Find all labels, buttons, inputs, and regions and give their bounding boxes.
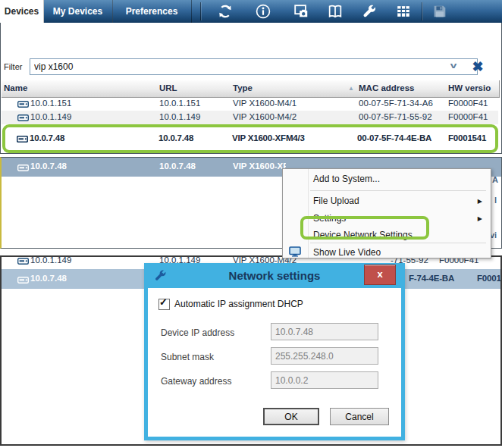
column-header-hw[interactable]: HW versio xyxy=(448,83,491,92)
monitor-icon xyxy=(289,246,301,258)
network-settings-panel: 10.0.1.149 10.0.1.149 VIP X1600-M4/2 -71… xyxy=(0,255,502,446)
tab-my-devices[interactable]: My Devices xyxy=(43,0,113,23)
cell-hw: F0001541 xyxy=(477,274,502,283)
filter-input[interactable] xyxy=(30,58,478,75)
table-row[interactable]: 10.0.1.149 10.0.1.149 VIP X1600-M4/2 00-… xyxy=(2,111,498,124)
column-header-type[interactable]: Type xyxy=(233,83,253,92)
cell-url: 10.0.7.48 xyxy=(158,133,193,143)
table-row-highlighted[interactable]: 10.0.7.48 10.0.7.48 VIP X1600-XFM4/3 00-… xyxy=(2,124,498,153)
cell-mac: 00-07-5F-74-4E-BA xyxy=(357,133,431,143)
dialog-body: ✓ Automatic IP assignment DHCP Device IP… xyxy=(148,288,401,437)
toolbar-separator xyxy=(422,2,422,20)
device-ip-field[interactable] xyxy=(271,323,378,340)
cell-type: VIP X1600-M4/2 xyxy=(233,112,296,121)
cell-mac: 00-07-5F-71-55-92 xyxy=(359,112,432,121)
tab-bar: Devices My Devices Preferences xyxy=(0,0,502,23)
cell-name: 10.0.7.48 xyxy=(30,161,67,171)
encoder-device-icon xyxy=(17,164,29,173)
menu-item-label: Add to System... xyxy=(313,174,380,184)
network-settings-dialog: Network settings x ✓ Automatic IP assign… xyxy=(144,263,405,440)
column-header-mac[interactable]: MAC address xyxy=(359,83,415,92)
cell-mac-fragment: F-74-4E-BA xyxy=(409,274,454,283)
refresh-icon[interactable] xyxy=(217,3,234,20)
save-icon xyxy=(431,3,448,20)
menu-item-settings[interactable]: Settings ▶ xyxy=(283,211,489,227)
menu-item-show-live-video[interactable]: Show Live Video xyxy=(283,245,489,258)
menu-item-add-to-system[interactable]: Add to System... xyxy=(283,171,489,188)
menu-separator xyxy=(310,243,486,243)
cell-url: 10.0.1.151 xyxy=(159,99,200,108)
gateway-address-field[interactable] xyxy=(271,371,378,389)
table-view-icon[interactable] xyxy=(395,3,412,20)
encoder-device-icon xyxy=(17,114,29,123)
cell-name: 10.0.1.149 xyxy=(30,112,71,121)
cell-mac: 00-07-5F-71-34-A6 xyxy=(359,99,433,108)
clear-filter-icon[interactable]: ✖ xyxy=(469,58,487,76)
menu-item-device-network-settings[interactable]: Device Network Settings... xyxy=(283,227,489,244)
cancel-button[interactable]: Cancel xyxy=(330,408,389,425)
cell-type: VIP X1600-XFM4/3 xyxy=(232,133,305,143)
menu-item-label: Settings xyxy=(313,213,346,224)
toolbar-separator xyxy=(200,2,201,20)
devices-panel: Filter v ✖ Name URL Type ▲ MAC address H… xyxy=(0,23,502,154)
menu-item-file-upload[interactable]: File Upload ▶ xyxy=(283,193,489,210)
encoder-device-icon xyxy=(17,100,29,109)
device-ip-label: Device IP address xyxy=(161,327,234,338)
subnet-mask-label: Subnet mask xyxy=(161,352,214,362)
cell-url: 10.0.1.149 xyxy=(159,112,200,121)
menu-item-label: Device Network Settings... xyxy=(313,230,420,240)
cell-url: 10.0.7.48 xyxy=(159,161,196,171)
configuration-manager-screenshot: Devices My Devices Preferences xyxy=(0,0,502,448)
ok-button[interactable]: OK xyxy=(263,408,319,425)
cell-hw: F0000F41 xyxy=(448,99,488,108)
cell-type: VIP X1600-M4/1 xyxy=(233,99,296,108)
gateway-address-label: Gateway address xyxy=(161,376,231,387)
menu-item-label: Show Live Video xyxy=(313,247,381,258)
cell-name: 10.0.7.48 xyxy=(30,133,64,143)
submenu-arrow-icon: ▶ xyxy=(478,198,482,205)
cell-name: 10.0.1.149 xyxy=(30,257,71,265)
cell-name: 10.0.7.48 xyxy=(30,274,67,283)
checkmark-icon: ✓ xyxy=(159,296,168,308)
submenu-arrow-icon: ▶ xyxy=(478,215,482,222)
encoder-device-icon xyxy=(17,257,29,266)
column-header-name[interactable]: Name xyxy=(4,83,27,92)
cell-type: VIP X1600-XFM4/3 xyxy=(233,161,286,171)
cell-name: 10.0.1.151 xyxy=(30,99,71,108)
subnet-mask-field[interactable] xyxy=(271,347,378,365)
menu-separator xyxy=(310,190,486,191)
context-menu: Add to System... File Upload ▶ Settings … xyxy=(282,168,491,258)
screenshot-icon[interactable] xyxy=(293,3,309,20)
tab-preferences[interactable]: Preferences xyxy=(112,0,192,23)
menu-item-label: File Upload xyxy=(313,196,359,206)
clipped-text-fragment: A xyxy=(492,175,498,184)
dhcp-checkbox-label: Automatic IP assignment DHCP xyxy=(174,299,303,309)
cell-hw: F0001541 xyxy=(448,133,486,143)
column-header-url[interactable]: URL xyxy=(159,83,177,92)
wrench-icon[interactable] xyxy=(361,3,378,20)
clipped-text-fragment: l xyxy=(494,196,497,205)
tab-devices[interactable]: Devices xyxy=(0,0,44,23)
filter-label: Filter xyxy=(4,62,22,71)
close-button[interactable]: x xyxy=(364,265,396,285)
encoder-device-icon xyxy=(17,276,29,285)
encoder-device-icon xyxy=(17,135,28,144)
info-icon[interactable] xyxy=(255,3,271,20)
table-row[interactable]: 10.0.1.151 10.0.1.151 VIP X1600-M4/1 00-… xyxy=(2,97,498,111)
chevron-down-icon[interactable]: v xyxy=(450,61,457,70)
sort-ascending-icon: ▲ xyxy=(348,85,354,92)
dhcp-checkbox[interactable]: ✓ xyxy=(158,299,170,310)
cell-hw: F0000F41 xyxy=(448,112,488,121)
table-header: Name URL Type ▲ MAC address HW versio xyxy=(2,80,500,98)
book-icon[interactable] xyxy=(327,3,344,20)
